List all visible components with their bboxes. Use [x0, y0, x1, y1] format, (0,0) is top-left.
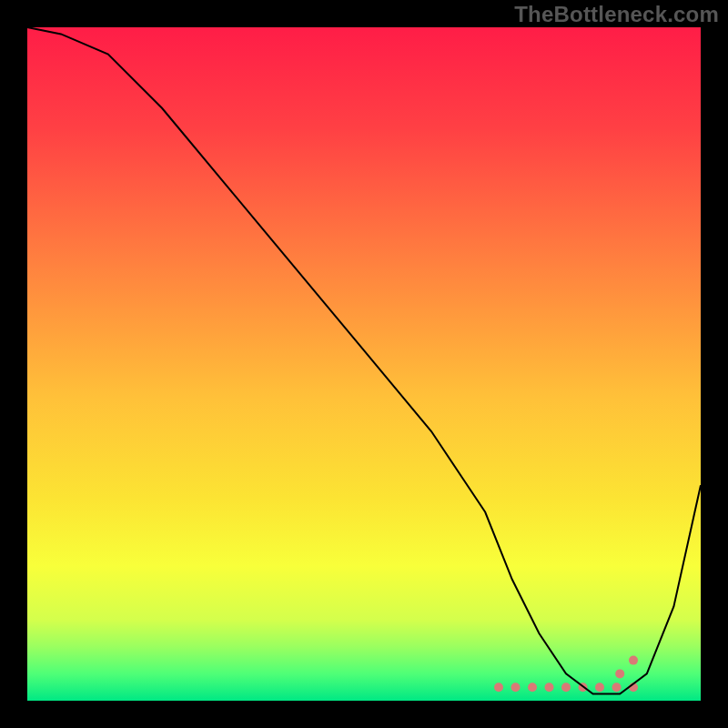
marker-dot — [612, 682, 622, 692]
marker-dot — [629, 656, 638, 665]
bottleneck-chart — [0, 0, 728, 728]
marker-dot — [494, 682, 503, 692]
marker-dot — [528, 682, 537, 692]
chart-container: TheBottleneck.com — [0, 0, 728, 728]
marker-dot — [545, 682, 554, 692]
marker-dot — [561, 682, 571, 692]
marker-dot — [595, 682, 604, 692]
plot-background — [27, 27, 701, 701]
marker-dot — [615, 669, 624, 678]
watermark-text: TheBottleneck.com — [514, 2, 719, 27]
marker-dot — [511, 682, 521, 692]
